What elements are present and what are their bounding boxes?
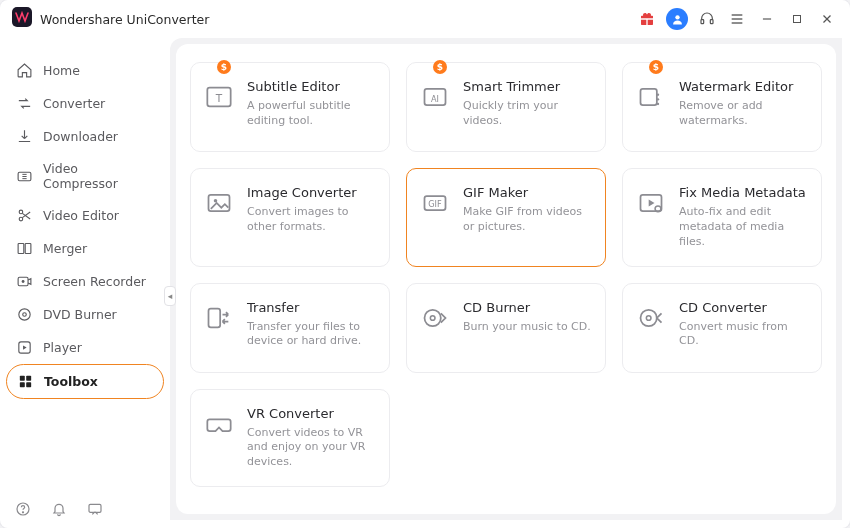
sidebar-item-label: Screen Recorder	[43, 274, 146, 289]
svg-rect-3	[710, 20, 713, 24]
app-title: Wondershare UniConverter	[40, 12, 209, 27]
svg-text:T: T	[215, 92, 223, 104]
tool-description: Auto-fix and edit metadata of media file…	[679, 205, 807, 250]
main-window: Wondershare UniConverter HomeConverterDo…	[0, 0, 850, 528]
maximize-button[interactable]	[786, 8, 808, 30]
svg-rect-14	[18, 244, 24, 254]
sidebar-item-merger[interactable]: Merger	[6, 232, 164, 265]
sidebar-item-label: Video Compressor	[43, 161, 154, 191]
svg-rect-24	[26, 382, 31, 387]
svg-point-33	[657, 94, 659, 96]
svg-text:AI: AI	[431, 94, 439, 104]
close-button[interactable]	[816, 8, 838, 30]
tool-description: Convert images to other formats.	[247, 205, 375, 235]
tool-title: CD Burner	[463, 300, 591, 315]
play-icon	[16, 339, 33, 356]
tool-card-image-converter[interactable]: Image Converter Convert images to other …	[190, 168, 390, 267]
tool-description: Convert videos to VR and enjoy on your V…	[247, 426, 375, 471]
sidebar-item-label: Converter	[43, 96, 105, 111]
sidebar-item-dvd-burner[interactable]: DVD Burner	[6, 298, 164, 331]
tool-title: Watermark Editor	[679, 79, 807, 94]
svg-point-43	[425, 309, 441, 325]
svg-point-17	[22, 280, 25, 283]
sidebar-item-player[interactable]: Player	[6, 331, 164, 364]
sidebar-item-video-compressor[interactable]: Video Compressor	[6, 153, 164, 199]
svg-point-35	[657, 103, 659, 105]
compress-icon	[16, 168, 33, 185]
svg-point-45	[641, 309, 657, 325]
download-icon	[16, 128, 33, 145]
svg-rect-15	[25, 244, 31, 254]
sidebar-item-label: DVD Burner	[43, 307, 117, 322]
tool-description: Burn your music to CD.	[463, 320, 591, 335]
footer-bar	[14, 500, 104, 518]
tool-title: Image Converter	[247, 185, 375, 200]
svg-point-12	[19, 210, 23, 214]
sidebar-item-converter[interactable]: Converter	[6, 87, 164, 120]
tool-description: Convert music from CD.	[679, 320, 807, 350]
help-icon[interactable]	[14, 500, 32, 518]
cdburn-icon	[421, 304, 449, 332]
tool-card-cd-converter[interactable]: CD Converter Convert music from CD.	[622, 283, 822, 373]
tool-card-watermark-editor[interactable]: $ Watermark Editor Remove or add waterma…	[622, 62, 822, 152]
tool-title: CD Converter	[679, 300, 807, 315]
tool-card-cd-burner[interactable]: CD Burner Burn your music to CD.	[406, 283, 606, 373]
svg-point-13	[19, 217, 23, 221]
main-panel: T$ Subtitle Editor A powerful subtitle e…	[170, 38, 842, 520]
sidebar-item-screen-recorder[interactable]: Screen Recorder	[6, 265, 164, 298]
app-logo-icon	[12, 7, 32, 31]
sidebar-item-downloader[interactable]: Downloader	[6, 120, 164, 153]
premium-badge-icon: $	[433, 60, 447, 74]
minimize-button[interactable]	[756, 8, 778, 30]
tool-card-smart-trimmer[interactable]: AI$ Smart Trimmer Quickly trim your vide…	[406, 62, 606, 152]
watermark-icon: $	[637, 83, 665, 111]
user-avatar-icon[interactable]	[666, 8, 688, 30]
sidebar-item-home[interactable]: Home	[6, 54, 164, 87]
bell-icon[interactable]	[50, 500, 68, 518]
titlebar: Wondershare UniConverter	[0, 0, 850, 38]
disc-icon	[16, 306, 33, 323]
feedback-icon[interactable]	[86, 500, 104, 518]
svg-point-46	[646, 315, 651, 320]
sidebar-item-label: Player	[43, 340, 82, 355]
cdconvert-icon	[637, 304, 665, 332]
tool-card-fix-media-metadata[interactable]: Fix Media Metadata Auto-fix and edit met…	[622, 168, 822, 267]
svg-point-44	[430, 315, 435, 320]
tool-grid: T$ Subtitle Editor A powerful subtitle e…	[190, 62, 822, 487]
svg-rect-8	[794, 16, 801, 23]
svg-point-34	[657, 98, 659, 100]
sidebar-item-label: Home	[43, 63, 80, 78]
tool-description: Remove or add watermarks.	[679, 99, 807, 129]
menu-icon[interactable]	[726, 8, 748, 30]
sidebar-collapse-button[interactable]: ◂	[164, 286, 176, 306]
sidebar-item-video-editor[interactable]: Video Editor	[6, 199, 164, 232]
tool-card-gif-maker[interactable]: GIF GIF Maker Make GIF from videos or pi…	[406, 168, 606, 267]
tool-card-transfer[interactable]: Transfer Transfer your files to device o…	[190, 283, 390, 373]
svg-point-18	[19, 309, 30, 320]
tool-title: Smart Trimmer	[463, 79, 591, 94]
support-icon[interactable]	[696, 8, 718, 30]
svg-rect-21	[20, 376, 25, 381]
metadata-icon	[637, 189, 665, 217]
merge-icon	[16, 240, 33, 257]
tool-description: A powerful subtitle editing tool.	[247, 99, 375, 129]
transfer-icon	[205, 304, 233, 332]
svg-point-1	[675, 15, 679, 19]
gif-icon: GIF	[421, 189, 449, 217]
convert-icon	[16, 95, 33, 112]
sidebar-item-toolbox[interactable]: Toolbox	[6, 364, 164, 399]
home-icon	[16, 62, 33, 79]
tool-card-vr-converter[interactable]: VR Converter Convert videos to VR and en…	[190, 389, 390, 488]
tool-title: Subtitle Editor	[247, 79, 375, 94]
svg-rect-27	[89, 504, 101, 512]
svg-text:GIF: GIF	[428, 199, 442, 209]
gift-icon[interactable]	[636, 8, 658, 30]
svg-rect-42	[209, 308, 221, 327]
tool-card-subtitle-editor[interactable]: T$ Subtitle Editor A powerful subtitle e…	[190, 62, 390, 152]
tool-description: Make GIF from videos or pictures.	[463, 205, 591, 235]
svg-rect-22	[26, 376, 31, 381]
subtitle-icon: T$	[205, 83, 233, 111]
vr-icon	[205, 410, 233, 438]
tool-title: GIF Maker	[463, 185, 591, 200]
sidebar-item-label: Downloader	[43, 129, 118, 144]
